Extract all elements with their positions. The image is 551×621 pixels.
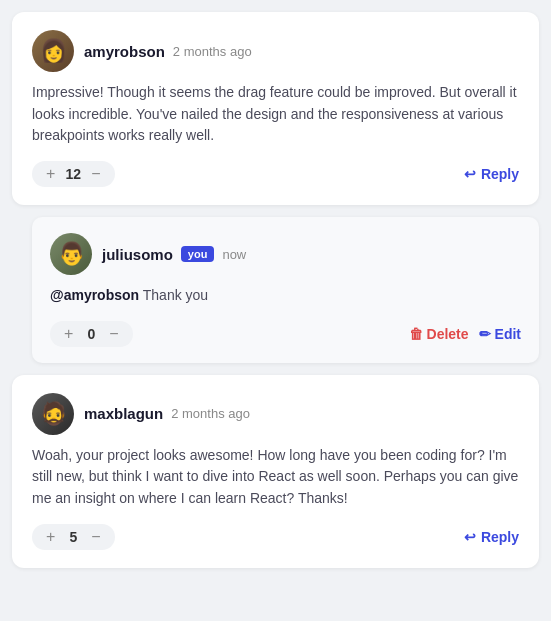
comment-amy-downvote-button[interactable]: − <box>91 166 100 182</box>
comment-amy-avatar: 👩 <box>32 30 74 72</box>
comment-max-reply-icon: ↩ <box>464 529 476 545</box>
comment-max-footer-actions: ↩Reply <box>464 529 519 545</box>
comment-julius-avatar: 👨 <box>50 233 92 275</box>
comment-julius: 👨juliusomoyounow@amyrobson Thank you+0−🗑… <box>32 217 539 363</box>
comment-amy-vote-count: 12 <box>65 166 81 182</box>
comment-amy-footer-actions: ↩Reply <box>464 166 519 182</box>
comment-julius-you-badge: you <box>181 246 215 262</box>
comment-amy: 👩amyrobson2 months agoImpressive! Though… <box>12 12 539 205</box>
comment-julius-vote-control: +0− <box>50 321 133 347</box>
comment-amy-wrapper: 👩amyrobson2 months agoImpressive! Though… <box>12 12 539 363</box>
comment-amy-upvote-button[interactable]: + <box>46 166 55 182</box>
comment-julius-upvote-button[interactable]: + <box>64 326 73 342</box>
comment-max-vote-control: +5− <box>32 524 115 550</box>
comment-julius-vote-count: 0 <box>83 326 99 342</box>
comment-amy-reply-icon: ↩ <box>464 166 476 182</box>
comment-julius-time: now <box>222 247 246 262</box>
comment-amy-time: 2 months ago <box>173 44 252 59</box>
comment-max-reply-button[interactable]: ↩Reply <box>464 529 519 545</box>
comment-julius-footer-actions: 🗑Delete✏Edit <box>409 326 521 342</box>
comment-julius-edit-button[interactable]: ✏Edit <box>479 326 521 342</box>
comment-amy-vote-control: +12− <box>32 161 115 187</box>
comment-max-vote-count: 5 <box>65 529 81 545</box>
comment-julius-downvote-button[interactable]: − <box>109 326 118 342</box>
comment-julius-delete-icon: 🗑 <box>409 326 423 342</box>
comment-max-downvote-button[interactable]: − <box>91 529 100 545</box>
comment-julius-mention: @amyrobson <box>50 287 139 303</box>
comments-list: 👩amyrobson2 months agoImpressive! Though… <box>12 12 539 568</box>
comment-amy-nested-wrapper: 👨juliusomoyounow@amyrobson Thank you+0−🗑… <box>32 217 539 363</box>
comment-max-body: Woah, your project looks awesome! How lo… <box>32 445 519 510</box>
comment-julius-edit-icon: ✏ <box>479 326 491 342</box>
comment-amy-username: amyrobson <box>84 43 165 60</box>
comment-max-upvote-button[interactable]: + <box>46 529 55 545</box>
comment-max: 🧔maxblagun2 months agoWoah, your project… <box>12 375 539 568</box>
comment-max-avatar: 🧔 <box>32 393 74 435</box>
comment-julius-username: juliusomo <box>102 246 173 263</box>
comment-max-username: maxblagun <box>84 405 163 422</box>
comment-julius-body: @amyrobson Thank you <box>50 285 521 307</box>
comment-max-time: 2 months ago <box>171 406 250 421</box>
comment-max-wrapper: 🧔maxblagun2 months agoWoah, your project… <box>12 375 539 568</box>
comment-julius-delete-button[interactable]: 🗑Delete <box>409 326 469 342</box>
comment-amy-reply-button[interactable]: ↩Reply <box>464 166 519 182</box>
comment-amy-body: Impressive! Though it seems the drag fea… <box>32 82 519 147</box>
